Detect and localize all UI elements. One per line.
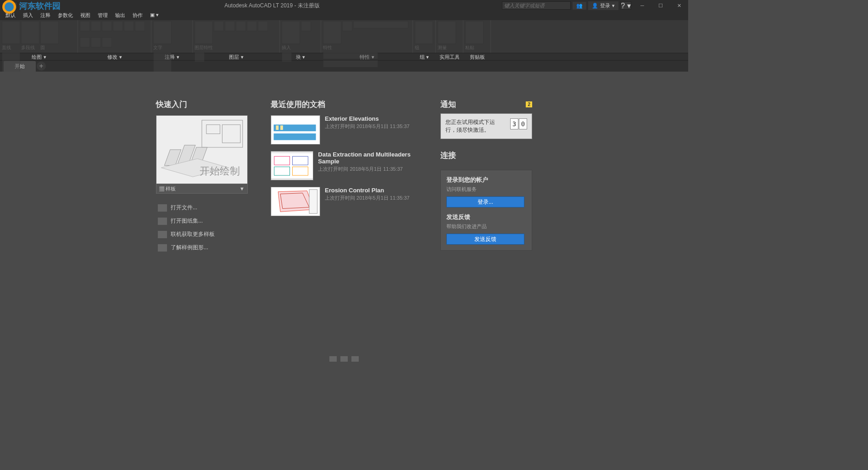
notif-badge: 2 [526, 101, 532, 107]
tool-layer-1[interactable] [214, 21, 224, 31]
tool-layer-3[interactable] [236, 21, 246, 31]
link-open-files[interactable]: 打开文件... [156, 201, 248, 214]
feedback-section-sub: 帮助我们改进产品 [446, 223, 526, 230]
link-learn-samples[interactable]: 了解样例图形... [156, 241, 248, 254]
menu-collaborate[interactable]: 协作 [129, 11, 146, 20]
panel-label-modify[interactable]: 修改 ▾ [78, 53, 151, 60]
login-button[interactable]: 👤 登录 ▾ [588, 1, 618, 10]
tool-edit[interactable] [282, 52, 292, 62]
ribbon-group-layer: 图层特性 [193, 20, 280, 53]
prop-linetype-combo[interactable] [323, 60, 378, 67]
view-list-icon[interactable] [329, 356, 337, 362]
template-dropdown[interactable]: ▦ 样板▼ [156, 184, 248, 194]
login-action-button[interactable]: 登录... [446, 196, 524, 207]
maximize-button[interactable]: ☐ [651, 0, 670, 11]
tool-mirror[interactable] [124, 21, 134, 31]
notif-title: 通知 [440, 99, 456, 110]
doc-thumb-0 [271, 115, 320, 145]
notif-message: 您正在试用模式下运行，须尽快激活。 [445, 118, 506, 134]
watermark-logo: 河东软件园 [0, 0, 64, 18]
tool-match[interactable] [342, 21, 352, 31]
tool-layer-5[interactable] [258, 21, 268, 31]
search-input[interactable] [502, 1, 571, 10]
menu-overflow-icon[interactable]: ▣ ▾ [146, 11, 162, 20]
doc-title-0: Exterior Elevations [325, 115, 410, 122]
svg-text:河东软件园: 河东软件园 [19, 1, 61, 11]
ribbon-group-clipboard: 粘贴 [463, 20, 491, 53]
tool-properties[interactable] [323, 21, 341, 44]
quick-start-column: 快速入门 开始绘制 ▦ 样板▼ 打开文件... 打开图纸集... 联机获取更多样… [156, 99, 248, 365]
tool-paste[interactable] [465, 21, 484, 44]
ribbon-group-modify [78, 20, 151, 53]
tool-group[interactable] [415, 21, 433, 44]
tool-stretch[interactable] [80, 37, 90, 47]
titlebar: Autodesk AutoCAD LT 2019 - 未注册版 👥 👤 登录 ▾… [0, 0, 688, 11]
doc-thumb-1 [271, 151, 313, 180]
tool-line[interactable] [2, 21, 20, 44]
ribbon-group-block: 插入 [280, 20, 321, 53]
prop-color-combo[interactable] [353, 21, 408, 28]
tool-create[interactable] [301, 21, 311, 31]
trial-counter: 3 0 [510, 118, 527, 129]
ribbon-group-annotate: 文字 标注 [151, 20, 193, 53]
tool-layer-props[interactable] [195, 21, 213, 44]
start-page: 快速入门 开始绘制 ▦ 样板▼ 打开文件... 打开图纸集... 联机获取更多样… [0, 72, 688, 365]
menu-output[interactable]: 输出 [111, 11, 129, 20]
prop-lineweight-combo[interactable] [323, 52, 378, 59]
tool-polyline[interactable] [21, 21, 39, 44]
recent-title: 最近使用的文档 [271, 99, 417, 110]
view-detail-icon[interactable] [351, 356, 359, 362]
view-grid-icon[interactable] [340, 356, 348, 362]
svg-rect-13 [276, 125, 278, 130]
tool-circle[interactable] [40, 21, 59, 44]
chevron-down-icon: ▼ [239, 186, 245, 191]
tool-scale[interactable] [91, 37, 101, 47]
login-section-title: 登录到您的帐户 [446, 176, 526, 184]
link-open-sheetset[interactable]: 打开图纸集... [156, 214, 248, 228]
panel-label-clipboard[interactable]: 剪贴板 [463, 53, 491, 60]
recent-doc-2[interactable]: Erosion Control Plan上次打开时间 2018年5月1日 11:… [271, 187, 417, 216]
tool-layer-2[interactable] [225, 21, 235, 31]
tool-rotate[interactable] [91, 21, 101, 31]
tool-copy[interactable] [113, 21, 123, 31]
svg-rect-12 [274, 134, 316, 140]
quick-start-title: 快速入门 [156, 99, 248, 110]
connect-card: 登录到您的帐户 访问联机服务 登录... 发送反馈 帮助我们改进产品 发送反馈 [440, 170, 532, 251]
menu-manage[interactable]: 管理 [94, 11, 111, 20]
recent-doc-1[interactable]: Data Extraction and Multileaders Sample上… [271, 151, 417, 180]
infocenter-icon[interactable]: 👥 [573, 2, 586, 10]
recent-doc-0[interactable]: Exterior Elevations上次打开时间 2018年5月1日 11:3… [271, 115, 417, 145]
recent-docs-column: 最近使用的文档 Exterior Elevations上次打开时间 2018年5… [271, 99, 417, 365]
tool-text[interactable] [153, 21, 172, 44]
ribbon-group-utilities: 测量 [436, 20, 463, 53]
svg-point-1 [5, 2, 14, 11]
close-button[interactable]: ✕ [670, 0, 688, 11]
notif-card[interactable]: 您正在试用模式下运行，须尽快激活。 3 0 [440, 113, 532, 139]
tool-trim[interactable] [102, 21, 112, 31]
feedback-action-button[interactable]: 发送反馈 [446, 234, 524, 245]
tool-measure[interactable] [438, 21, 456, 44]
menu-view[interactable]: 视图 [77, 11, 94, 20]
tool-insert[interactable] [282, 21, 300, 44]
panel-label-group[interactable]: 组 ▾ [413, 53, 436, 60]
connect-title: 连接 [440, 150, 532, 161]
panel-label-utilities[interactable]: 实用工具 [436, 53, 463, 60]
ribbon: 直线 多段线 圆 圆弧 文字 标注 图层特性 插入 特性 [0, 20, 688, 53]
ribbon-group-draw: 直线 多段线 圆 圆弧 [0, 20, 78, 53]
svg-rect-21 [309, 190, 317, 213]
tool-layer-4[interactable] [247, 21, 257, 31]
tool-array[interactable] [102, 37, 112, 47]
ribbon-group-groups: 组 [413, 20, 436, 53]
help-button[interactable]: ? ▾ [620, 1, 631, 10]
sheetset-icon [158, 218, 167, 225]
right-column: 通知 2 您正在试用模式下运行，须尽快激活。 3 0 连接 登录到您的帐户 访问… [440, 99, 532, 365]
svg-rect-15 [271, 153, 313, 178]
start-drawing-card[interactable]: 开始绘制 [156, 115, 248, 184]
minimize-button[interactable]: ─ [633, 0, 651, 11]
link-get-templates[interactable]: 联机获取更多样板 [156, 228, 248, 241]
tool-fillet[interactable] [135, 21, 145, 31]
svg-rect-14 [280, 125, 283, 130]
tool-layer-6[interactable] [195, 52, 205, 62]
tool-move[interactable] [80, 21, 90, 31]
login-label: 登录 [600, 2, 610, 9]
